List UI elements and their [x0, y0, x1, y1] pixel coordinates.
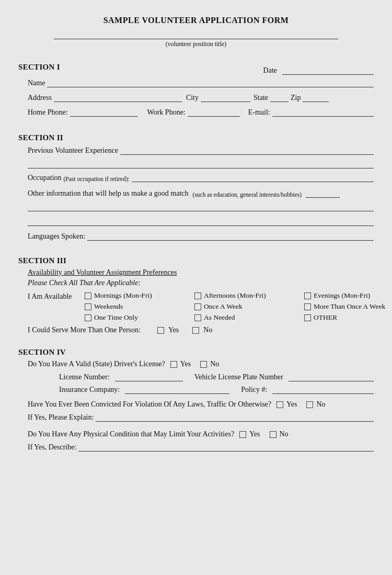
explain-row: If Yes, Please Explain: [28, 412, 374, 422]
city-label: City [186, 94, 199, 102]
physical-q-row: Do You Have Any Physical Condition that … [28, 430, 374, 438]
serve-no-label: No [203, 326, 212, 334]
vehicle-input[interactable] [289, 372, 374, 381]
serve-yes-box[interactable] [157, 327, 164, 334]
cb-once-week[interactable]: Once A Week [194, 302, 304, 311]
city-input[interactable] [201, 93, 250, 102]
section3-instruction: Please Check All That Are Applicable: [28, 279, 374, 287]
languages-label: Languages Spoken: [28, 232, 85, 241]
date-label: Date [263, 66, 277, 75]
section1-header: SECTION I [18, 63, 60, 72]
cb-other-box[interactable] [304, 314, 311, 321]
describe-input[interactable] [78, 442, 374, 452]
license-no-label: No [210, 360, 219, 368]
cb-afternoons[interactable]: Afternoons (Mon-Fri) [194, 291, 304, 300]
cb-one-time[interactable]: One Time Only [85, 313, 194, 322]
cb-afternoons-box[interactable] [194, 292, 201, 299]
cb-evenings-label: Evenings (Mon-Fri) [314, 291, 370, 300]
serve-label: I Could Serve More Than One Person: [28, 326, 141, 334]
section1-header-row: SECTION I Date [18, 58, 374, 75]
address-input[interactable] [54, 93, 182, 102]
cb-more-once-week-box[interactable] [304, 303, 311, 310]
cb-evenings[interactable]: Evenings (Mon-Fri) [304, 291, 392, 300]
license-yes-box[interactable] [170, 361, 177, 368]
physical-yes-box[interactable] [239, 431, 246, 438]
prev-exp-label: Previous Volunteer Experience [28, 146, 118, 155]
cb-mornings-box[interactable] [85, 292, 91, 299]
email-label: E-mail: [248, 108, 270, 117]
cb-as-needed[interactable]: As Needed [194, 313, 304, 322]
serve-no-box[interactable] [192, 327, 199, 334]
address-row: Address City State Zip [28, 93, 374, 102]
section2-header: SECTION II [18, 133, 374, 142]
physical-no-box[interactable] [270, 431, 276, 438]
position-title-section: (volunteer position title) [18, 30, 374, 48]
physical-no-label: No [280, 430, 289, 438]
license-yes-label: Yes [180, 360, 191, 368]
license-q-label: Do You Have A Valid (State) Driver's Lic… [28, 360, 165, 368]
cb-one-time-label: One Time Only [94, 313, 138, 322]
address-label: Address [28, 94, 52, 102]
license-no-box[interactable] [200, 361, 207, 368]
explain-input[interactable] [96, 412, 374, 422]
vehicle-label: Vehicle License Plate Number [194, 373, 283, 381]
serve-row: I Could Serve More Than One Person: Yes … [28, 326, 374, 334]
license-num-label: License Number: [59, 373, 110, 381]
occupation-label: Occupation [28, 174, 62, 182]
cb-other[interactable]: OTHER [304, 313, 392, 322]
phone-row: Home Phone: Work Phone: E-mail: [28, 107, 374, 117]
convicted-no-label: No [316, 400, 325, 409]
state-label: State [253, 94, 268, 102]
state-input[interactable] [270, 93, 289, 102]
cb-other-label: OTHER [314, 313, 337, 322]
cb-one-time-box[interactable] [85, 314, 91, 321]
work-phone-label: Work Phone: [147, 108, 186, 117]
email-input[interactable] [272, 107, 374, 117]
home-phone-label: Home Phone: [28, 108, 68, 117]
cb-weekends-box[interactable] [85, 303, 91, 310]
cb-more-once-week[interactable]: More Than Once A Week [304, 302, 392, 311]
languages-input[interactable] [87, 231, 374, 241]
cb-as-needed-box[interactable] [194, 314, 201, 321]
convicted-yes-label: Yes [286, 400, 297, 409]
convicted-q-label: Have You Ever Been Convicted For Violati… [28, 400, 271, 409]
prev-exp-input-line2[interactable] [28, 159, 374, 168]
languages-row: Languages Spoken: [28, 231, 374, 241]
cb-mornings[interactable]: Mornings (Mon-Fri) [85, 291, 194, 300]
describe-row: If Yes, Describe: [28, 442, 374, 452]
work-phone-input[interactable] [188, 107, 240, 117]
convicted-no-box[interactable] [306, 401, 313, 408]
avail-label: I Am Available [28, 291, 83, 301]
other-info-label: Other information that will help us make… [28, 189, 189, 198]
cb-evenings-box[interactable] [304, 292, 311, 299]
date-input[interactable] [282, 65, 374, 75]
section3-subtitle: Availability and Volunteer Assignment Pr… [28, 268, 374, 277]
other-info-line3[interactable] [28, 217, 374, 226]
convicted-yes-box[interactable] [276, 401, 283, 408]
cb-once-week-box[interactable] [194, 303, 201, 310]
convicted-q-row: Have You Ever Been Convicted For Violati… [28, 400, 374, 409]
avail-columns: Mornings (Mon-Fri) Afternoons (Mon-Fri) … [85, 291, 392, 322]
prev-exp-row: Previous Volunteer Experience [28, 145, 374, 155]
occupation-row: Occupation (Past occupation if retired): [28, 173, 374, 182]
name-label: Name [28, 79, 45, 87]
availability-grid: I Am Available Mornings (Mon-Fri) Aftern… [28, 291, 374, 322]
date-field-row: Date [263, 65, 374, 75]
license-num-input[interactable] [115, 372, 183, 381]
policy-input[interactable] [272, 385, 374, 394]
occupation-input[interactable] [132, 173, 374, 182]
other-info-line2[interactable] [28, 202, 374, 211]
cb-weekends-label: Weekends [94, 302, 123, 311]
zip-input[interactable] [303, 93, 329, 102]
other-info-row: Other information that will help us make… [28, 188, 374, 198]
insurance-input[interactable] [125, 385, 229, 394]
name-input[interactable] [47, 78, 374, 87]
cb-mornings-label: Mornings (Mon-Fri) [94, 291, 152, 300]
prev-exp-input[interactable] [120, 145, 374, 155]
home-phone-input[interactable] [70, 107, 138, 117]
zip-label: Zip [291, 94, 301, 102]
other-info-input-end[interactable] [306, 188, 340, 198]
insurance-label: Insurance Company: [59, 386, 120, 394]
cb-weekends[interactable]: Weekends [85, 302, 194, 311]
cb-as-needed-label: As Needed [204, 313, 235, 322]
